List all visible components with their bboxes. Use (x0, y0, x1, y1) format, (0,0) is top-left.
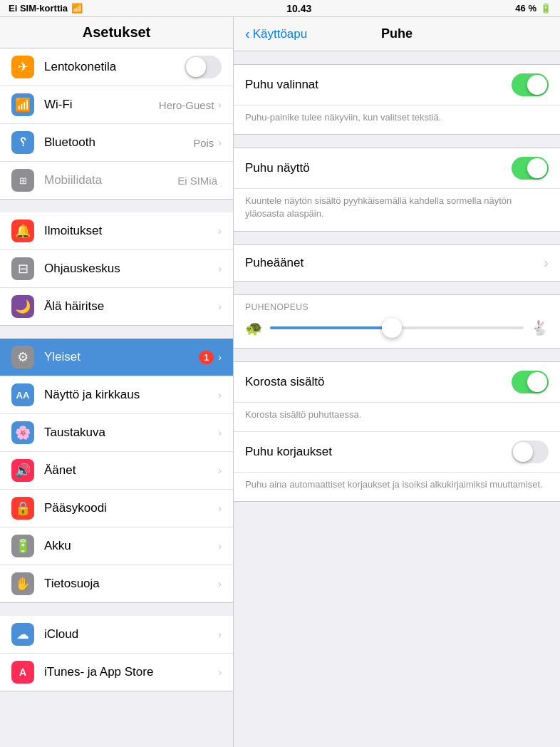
sidebar-item-icloud[interactable]: ☁ iCloud › (0, 616, 233, 654)
speak-corrections-toggle[interactable] (512, 441, 549, 463)
itunes-label: iTunes- ja App Store (44, 665, 218, 679)
sidebar-title: Asetukset (83, 24, 151, 40)
battery-icon-box: 🔋 (11, 535, 34, 557)
highlight-content-row: Korosta sisältö (234, 362, 560, 403)
bluetooth-icon: ␦ (19, 136, 28, 149)
speech-voices-chevron-icon: › (544, 254, 549, 271)
sidebar-item-airplane[interactable]: ✈ Lentokonetila (0, 48, 233, 86)
dnd-chevron-icon: › (218, 301, 222, 312)
sidebar-item-display[interactable]: AA Näyttö ja kirkkaus › (0, 376, 233, 414)
speak-corrections-toggle-knob (513, 442, 533, 462)
sidebar-item-sounds[interactable]: 🔊 Äänet › (0, 452, 233, 490)
sidebar-header: Asetukset (0, 17, 233, 48)
general-icon: ⚙ (17, 349, 28, 365)
general-icon-box: ⚙ (11, 346, 34, 369)
wallpaper-icon-box: 🌸 (11, 421, 34, 444)
control-chevron-icon: › (218, 263, 222, 274)
battery-icon: 🔋 (540, 3, 551, 14)
status-time: 10.43 (286, 3, 311, 14)
battery-percent: 46 % (515, 3, 536, 14)
airplane-icon-box: ✈ (11, 56, 34, 78)
back-button[interactable]: ‹ Käyttöapu (245, 26, 307, 42)
bluetooth-value: Pois (193, 137, 214, 149)
dnd-label: Älä häiritse (44, 299, 218, 314)
speak-screen-description: Kuuntele näytön sisältö pyyhkäisemällä k… (234, 189, 560, 230)
privacy-chevron-icon: › (218, 578, 222, 589)
sidebar-item-wallpaper[interactable]: 🌸 Taustakuva › (0, 414, 233, 452)
sounds-label: Äänet (44, 463, 218, 478)
sidebar: Asetukset ✈ Lentokonetila 📶 Wi-Fi Hero-G… (0, 17, 234, 747)
icloud-icon-box: ☁ (11, 623, 34, 646)
speak-screen-row: Puhu näyttö (234, 148, 560, 189)
privacy-label: Tietosuoja (44, 577, 218, 591)
right-panel-content: Puhu valinnat Puhu-painike tulee näkyvii… (234, 51, 560, 527)
itunes-icon-box: A (11, 661, 34, 684)
control-icon-box: ⊟ (11, 257, 34, 280)
sidebar-item-itunes[interactable]: A iTunes- ja App Store › (0, 654, 233, 691)
airplane-toggle-knob (186, 57, 206, 77)
slider-section-speech-rate: PUHENOPEUS 🐢 🐇 (234, 294, 560, 349)
airplane-label: Lentokonetila (44, 60, 185, 74)
speak-selection-toggle[interactable] (512, 73, 549, 96)
speech-voices-row[interactable]: Puheäänet › (234, 245, 560, 281)
privacy-icon-box: ✋ (11, 572, 34, 595)
sidebar-item-dnd[interactable]: 🌙 Älä häiritse › (0, 288, 233, 325)
slider-section-label: PUHENOPEUS (245, 302, 549, 312)
speech-rate-slider-thumb[interactable] (382, 318, 402, 338)
itunes-icon: A (19, 666, 26, 678)
sidebar-item-wifi[interactable]: 📶 Wi-Fi Hero-Guest › (0, 86, 233, 124)
rabbit-icon: 🐇 (531, 319, 549, 336)
sidebar-item-privacy[interactable]: ✋ Tietosuoja › (0, 565, 233, 602)
battery-icon-sym: 🔋 (15, 538, 31, 554)
speak-selection-label: Puhu valinnat (245, 78, 512, 92)
battery-label: Akku (44, 539, 218, 553)
privacy-icon: ✋ (15, 576, 31, 592)
sidebar-item-passcode[interactable]: 🔒 Pääsykoodi › (0, 490, 233, 527)
sidebar-item-control[interactable]: ⊟ Ohjauskeskus › (0, 250, 233, 288)
sidebar-item-notifications[interactable]: 🔔 Ilmoitukset › (0, 212, 233, 250)
wifi-label: Wi-Fi (44, 98, 159, 112)
display-label: Näyttö ja kirkkaus (44, 388, 218, 402)
bluetooth-icon-box: ␦ (11, 131, 34, 154)
sounds-icon-box: 🔊 (11, 459, 34, 482)
main-layout: Asetukset ✈ Lentokonetila 📶 Wi-Fi Hero-G… (0, 17, 560, 747)
general-badge: 1 (199, 351, 214, 364)
back-label: Käyttöapu (253, 27, 308, 41)
passcode-chevron-icon: › (218, 503, 222, 514)
wifi-icon-box: 📶 (11, 93, 34, 116)
speak-selection-row: Puhu valinnat (234, 65, 560, 105)
sidebar-item-battery[interactable]: 🔋 Akku › (0, 527, 233, 565)
sidebar-item-bluetooth[interactable]: ␦ Bluetooth Pois › (0, 124, 233, 162)
mobiledata-value: Ei SIMiä (177, 175, 217, 187)
icloud-label: iCloud (44, 627, 218, 642)
sounds-chevron-icon: › (218, 465, 222, 476)
speak-corrections-row: Puhu korjaukset (234, 431, 560, 473)
sidebar-item-mobiledata[interactable]: ⊞ Mobiilidata Ei SIMiä (0, 162, 233, 199)
highlight-content-toggle[interactable] (512, 371, 549, 393)
bluetooth-label: Bluetooth (44, 135, 193, 150)
speech-voices-label: Puheäänet (245, 256, 544, 270)
passcode-icon-box: 🔒 (11, 497, 34, 520)
wallpaper-chevron-icon: › (218, 427, 222, 438)
wifi-status-icon: 📶 (71, 3, 83, 14)
right-panel-title: Puhe (381, 26, 413, 41)
passcode-icon: 🔒 (15, 500, 31, 516)
speak-selection-toggle-knob (527, 75, 547, 95)
bluetooth-chevron-icon: › (218, 137, 222, 148)
icloud-icon: ☁ (16, 627, 29, 642)
battery-chevron-icon: › (218, 540, 222, 552)
sidebar-item-general[interactable]: ⚙ Yleiset 1 › (0, 339, 233, 376)
dnd-icon: 🌙 (15, 299, 31, 314)
highlight-content-description: Korosta sisältö puhuttaessa. (234, 403, 560, 431)
control-label: Ohjauskeskus (44, 262, 218, 276)
status-right: 46 % 🔋 (515, 3, 551, 14)
display-chevron-icon: › (218, 389, 222, 401)
highlight-content-toggle-knob (527, 372, 547, 392)
speak-corrections-description: Puhu aina automaattiset korjaukset ja is… (234, 473, 560, 501)
display-icon: AA (16, 390, 30, 401)
speak-screen-toggle[interactable] (512, 157, 549, 180)
airplane-toggle[interactable] (185, 56, 222, 78)
notifications-icon-box: 🔔 (11, 220, 34, 242)
itunes-chevron-icon: › (218, 666, 222, 678)
sidebar-group-accounts: ☁ iCloud › A iTunes- ja App Store › (0, 616, 233, 691)
